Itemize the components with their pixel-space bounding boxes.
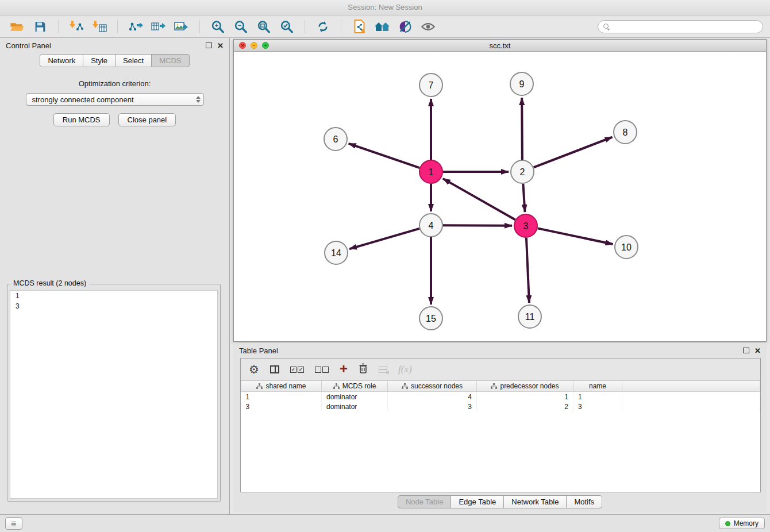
open-file-button[interactable] bbox=[7, 17, 28, 36]
criterion-select[interactable]: strongly connected component bbox=[26, 93, 204, 106]
optimization-criterion-label: Optimization criterion: bbox=[0, 79, 229, 88]
cell-mcds-role[interactable]: dominator bbox=[322, 402, 388, 411]
show-hide-panel-button[interactable] bbox=[418, 17, 438, 36]
zoom-in-button[interactable]: + bbox=[207, 17, 228, 36]
graph-edge-2-3[interactable] bbox=[523, 184, 525, 212]
show-graphics-details-button[interactable] bbox=[395, 17, 415, 36]
table-panel: Table Panel ✕ ⚙ ✓✓ ✓✓ + bbox=[233, 343, 767, 512]
table-row[interactable]: 1 dominator 4 1 1 bbox=[241, 392, 760, 402]
graph-node-15[interactable]: 15 bbox=[419, 307, 442, 330]
cell-predecessor-nodes[interactable]: 1 bbox=[477, 392, 573, 402]
tab-select[interactable]: Select bbox=[115, 54, 152, 67]
graph-node-4[interactable]: 4 bbox=[419, 214, 442, 237]
home-button[interactable] bbox=[372, 17, 392, 36]
graph-edge-3-11[interactable] bbox=[526, 238, 529, 303]
criterion-selected-value: strongly connected component bbox=[32, 95, 194, 104]
table-toolbar: ⚙ ✓✓ ✓✓ + bbox=[241, 358, 760, 381]
graph-node-11[interactable]: 11 bbox=[518, 305, 541, 328]
tab-edge-table[interactable]: Edge Table bbox=[451, 495, 504, 508]
float-table-panel-icon[interactable] bbox=[743, 348, 749, 353]
create-column-plus-icon[interactable]: + bbox=[340, 362, 348, 376]
delete-rows-trash-icon[interactable] bbox=[359, 363, 368, 376]
new-network-from-selection-button[interactable] bbox=[349, 17, 369, 36]
mcds-result-item[interactable]: 3 bbox=[10, 301, 217, 311]
apply-layout-button[interactable] bbox=[313, 17, 333, 36]
graph-node-9[interactable]: 9 bbox=[510, 72, 533, 95]
mcds-result-item[interactable]: 1 bbox=[10, 291, 217, 301]
tab-network-table[interactable]: Network Table bbox=[503, 495, 567, 508]
unselect-all-columns-icon[interactable]: ✓✓ bbox=[315, 367, 329, 373]
network-canvas[interactable]: 7968124314101511 bbox=[234, 52, 766, 341]
cell-predecessor-nodes[interactable]: 2 bbox=[477, 402, 573, 411]
mcds-result-list[interactable]: 1 3 bbox=[10, 290, 218, 499]
control-panel-title: Control Panel bbox=[6, 41, 51, 50]
column-header-mcds-role[interactable]: MCDS role bbox=[322, 381, 388, 392]
column-type-icon bbox=[491, 383, 497, 390]
zoom-selected-button[interactable] bbox=[276, 17, 297, 36]
new-network-document-icon bbox=[353, 20, 366, 33]
cell-name[interactable]: 3 bbox=[573, 402, 622, 411]
save-session-button[interactable] bbox=[30, 17, 51, 36]
task-history-button[interactable]: ≣ bbox=[5, 517, 22, 530]
column-header-name[interactable]: name bbox=[573, 381, 622, 392]
mcds-result-title: MCDS result (2 nodes) bbox=[10, 279, 89, 287]
close-panel-icon[interactable]: ✕ bbox=[217, 42, 224, 49]
control-panel: Control Panel ✕ Network Style Select MCD… bbox=[0, 38, 230, 514]
graph-edge-2-8[interactable] bbox=[534, 137, 613, 168]
graph-node-1[interactable]: 1 bbox=[419, 160, 442, 183]
tab-motifs[interactable]: Motifs bbox=[566, 495, 602, 508]
graph-node-3[interactable]: 3 bbox=[514, 214, 537, 237]
graph-edge-2-9[interactable] bbox=[522, 98, 522, 160]
search-input[interactable] bbox=[613, 22, 757, 31]
cell-successor-nodes[interactable]: 3 bbox=[388, 402, 477, 411]
table-settings-gear-icon[interactable]: ⚙ bbox=[249, 364, 259, 375]
tab-mcds[interactable]: MCDS bbox=[151, 54, 189, 67]
tab-node-table[interactable]: Node Table bbox=[398, 495, 452, 508]
column-header-successor-nodes[interactable]: successor nodes bbox=[388, 381, 477, 392]
export-network-button[interactable] bbox=[125, 17, 146, 36]
network-graph[interactable]: 7968124314101511 bbox=[234, 52, 766, 341]
graph-edge-4-14[interactable] bbox=[349, 229, 419, 249]
graph-node-6[interactable]: 6 bbox=[324, 128, 347, 151]
svg-text:4: 4 bbox=[429, 221, 434, 230]
graph-edge-3-10[interactable] bbox=[538, 228, 613, 244]
graph-edge-1-6[interactable] bbox=[349, 144, 419, 168]
tab-style[interactable]: Style bbox=[83, 54, 116, 67]
float-panel-icon[interactable] bbox=[206, 43, 212, 48]
graph-node-14[interactable]: 14 bbox=[325, 241, 348, 264]
export-table-button[interactable] bbox=[148, 17, 169, 36]
close-table-panel-icon[interactable]: ✕ bbox=[754, 347, 761, 354]
select-all-columns-icon[interactable]: ✓✓ bbox=[290, 367, 304, 373]
graph-node-10[interactable]: 10 bbox=[615, 236, 638, 259]
minimize-window-button[interactable]: − bbox=[251, 42, 257, 49]
select-stepper-icon bbox=[194, 96, 201, 103]
graph-edge-4-3[interactable] bbox=[443, 225, 512, 226]
column-header-shared-name[interactable]: shared name bbox=[241, 381, 322, 392]
export-image-button[interactable] bbox=[171, 17, 192, 36]
close-window-button[interactable]: ✕ bbox=[239, 42, 246, 49]
cell-successor-nodes[interactable]: 4 bbox=[388, 392, 477, 402]
memory-button[interactable]: Memory bbox=[719, 518, 765, 529]
column-header-predecessor-nodes[interactable]: predecessor nodes bbox=[477, 381, 573, 392]
import-table-button[interactable] bbox=[89, 17, 110, 36]
run-mcds-button[interactable]: Run MCDS bbox=[53, 113, 110, 126]
graph-edge-3-1[interactable] bbox=[443, 179, 515, 220]
toolbar-separator bbox=[341, 20, 341, 33]
cell-name[interactable]: 1 bbox=[573, 392, 622, 402]
graph-node-2[interactable]: 2 bbox=[511, 160, 534, 183]
zoom-out-button[interactable]: − bbox=[230, 17, 251, 36]
cell-mcds-role[interactable]: dominator bbox=[322, 392, 388, 402]
column-type-icon bbox=[402, 383, 408, 390]
cell-shared-name[interactable]: 1 bbox=[241, 392, 322, 402]
style-toggle-icon bbox=[398, 20, 412, 33]
graph-node-8[interactable]: 8 bbox=[614, 121, 637, 144]
show-columns-icon[interactable] bbox=[270, 365, 279, 373]
graph-node-7[interactable]: 7 bbox=[419, 74, 442, 97]
tab-network[interactable]: Network bbox=[40, 54, 83, 67]
import-network-button[interactable] bbox=[66, 17, 87, 36]
table-row[interactable]: 3 dominator 3 2 3 bbox=[241, 402, 760, 411]
cell-shared-name[interactable]: 3 bbox=[241, 402, 322, 411]
zoom-window-button[interactable]: + bbox=[262, 42, 269, 49]
zoom-fit-button[interactable] bbox=[253, 17, 274, 36]
close-panel-button[interactable]: Close panel bbox=[118, 113, 176, 126]
